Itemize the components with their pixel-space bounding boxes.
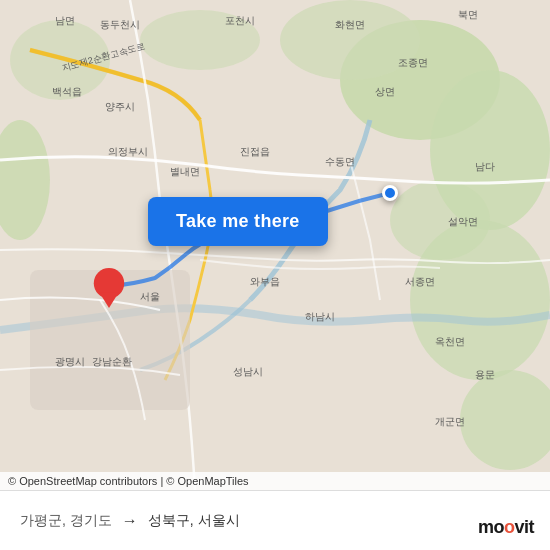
route-info: 가평군, 경기도 → 성북구, 서울시 [20,512,530,530]
moovit-logo: moovit [478,517,534,538]
route-arrow-icon: → [122,512,138,530]
take-me-there-button[interactable]: Take me there [148,197,328,246]
svg-point-8 [140,10,260,70]
map-attribution: © OpenStreetMap contributors | © OpenMap… [0,472,550,490]
map-container: 남면 동두천시 포천시 화현면 북면 조종면 백석읍 양주시 상면 의정부시 별… [0,0,550,490]
svg-marker-13 [99,293,118,308]
attribution-text: © OpenStreetMap contributors | © OpenMap… [8,475,249,487]
svg-point-5 [10,20,110,100]
moovit-brand-text: moovit [478,517,534,538]
svg-point-3 [280,0,420,80]
svg-point-9 [390,180,490,260]
button-label: Take me there [176,211,300,232]
bottom-bar: 가평군, 경기도 → 성북구, 서울시 moovit [0,490,550,550]
destination-dot [382,185,398,201]
moovit-dot: o [504,517,515,537]
location-pin [93,268,125,308]
to-location: 성북구, 서울시 [148,512,240,530]
from-location: 가평군, 경기도 [20,512,112,530]
